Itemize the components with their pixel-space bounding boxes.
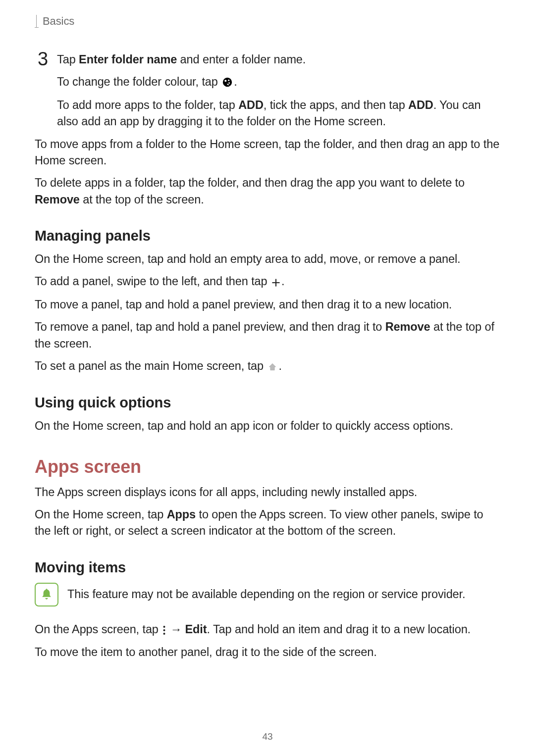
heading-moving-items: Moving items xyxy=(35,559,500,576)
page-number: 43 xyxy=(263,731,273,742)
more-icon xyxy=(162,622,166,638)
text-bold: Remove xyxy=(35,193,80,206)
heading-managing-panels: Managing panels xyxy=(35,228,500,244)
svg-point-4 xyxy=(163,626,165,628)
text: . xyxy=(278,359,281,372)
paragraph-delete-apps: To delete apps in a folder, tap the fold… xyxy=(35,175,500,208)
bell-icon xyxy=(35,583,58,606)
text-bold: Apps xyxy=(167,508,196,521)
paragraph-set-main: To set a panel as the main Home screen, … xyxy=(35,358,500,375)
text: To add a panel, swipe to the left, and t… xyxy=(35,275,270,288)
paragraph-add-panel: To add a panel, swipe to the left, and t… xyxy=(35,273,500,290)
svg-point-6 xyxy=(163,633,165,635)
text: and enter a folder name. xyxy=(177,53,306,66)
text: . xyxy=(281,275,284,288)
paragraph-remove-panel: To remove a panel, tap and hold a panel … xyxy=(35,319,500,352)
paragraph: On the Home screen, tap and hold an empt… xyxy=(35,251,500,267)
text: On the Home screen, tap xyxy=(35,508,167,521)
text-bold: ADD xyxy=(408,99,433,111)
step-3: 3 Tap Enter folder name and enter a fold… xyxy=(38,51,500,136)
paragraph: To move the item to another panel, drag … xyxy=(35,644,500,660)
text-bold: ADD xyxy=(238,99,264,111)
notice-text: This feature may not be available depend… xyxy=(67,586,465,603)
text: To change the folder colour, tap xyxy=(57,75,221,88)
heading-apps-screen: Apps screen xyxy=(35,456,500,477)
svg-point-0 xyxy=(223,78,232,87)
paragraph: To move a panel, tap and hold a panel pr… xyxy=(35,297,500,313)
text: On the Apps screen, tap xyxy=(35,623,161,636)
svg-point-5 xyxy=(163,629,165,631)
text: To add more apps to the folder, tap xyxy=(57,99,238,111)
text: , tick the apps, and then tap xyxy=(264,99,408,111)
notice-box: This feature may not be available depend… xyxy=(35,583,500,606)
text: . xyxy=(234,75,237,88)
palette-icon xyxy=(222,74,233,91)
svg-point-1 xyxy=(225,80,227,82)
svg-point-2 xyxy=(228,80,229,81)
text: at the top of the screen. xyxy=(80,193,204,206)
svg-point-3 xyxy=(228,83,230,84)
plus-icon xyxy=(271,274,280,290)
heading-quick-options: Using quick options xyxy=(35,395,500,411)
paragraph-open-apps: On the Home screen, tap Apps to open the… xyxy=(35,506,500,540)
paragraph: On the Home screen, tap and hold an app … xyxy=(35,418,500,434)
text: To remove a panel, tap and hold a panel … xyxy=(35,320,385,333)
text: . Tap and hold an item and drag it to a … xyxy=(207,623,471,636)
text-bold: Enter folder name xyxy=(79,53,177,66)
home-icon xyxy=(268,358,277,375)
text: → xyxy=(167,623,185,636)
text-bold: Edit xyxy=(185,623,207,636)
step-line-3: To add more apps to the folder, tap ADD,… xyxy=(57,97,500,130)
text: To set a panel as the main Home screen, … xyxy=(35,359,267,372)
paragraph: The Apps screen displays icons for all a… xyxy=(35,484,500,501)
step-line-1: Tap Enter folder name and enter a folder… xyxy=(57,51,500,68)
paragraph-move-apps: To move apps from a folder to the Home s… xyxy=(35,136,500,169)
header-tick-ornament xyxy=(35,15,37,28)
text: Tap xyxy=(57,53,79,66)
breadcrumb: Basics xyxy=(43,15,74,28)
paragraph-edit-apps: On the Apps screen, tap → Edit. Tap and … xyxy=(35,621,500,638)
page-header: Basics xyxy=(35,15,500,28)
step-line-2: To change the folder colour, tap . xyxy=(57,74,500,91)
text: To delete apps in a folder, tap the fold… xyxy=(35,176,465,189)
text-bold: Remove xyxy=(385,320,430,333)
step-number: 3 xyxy=(38,50,48,68)
